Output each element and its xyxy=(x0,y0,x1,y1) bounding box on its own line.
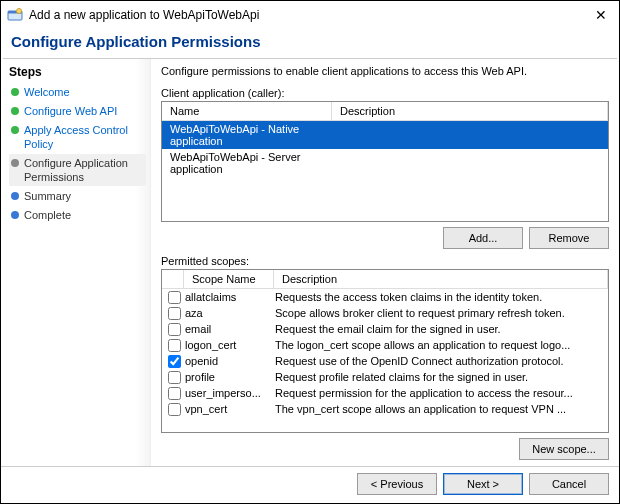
footer-buttons: < Previous Next > Cancel xyxy=(1,466,619,503)
scope-row[interactable]: emailRequest the email claim for the sig… xyxy=(162,321,608,337)
scope-name: user_imperso... xyxy=(185,385,275,401)
scope-desc: Request permission for the application t… xyxy=(275,385,604,401)
step-label: Configure Web API xyxy=(24,104,117,118)
scope-checkbox[interactable] xyxy=(168,371,181,384)
scope-checkbox[interactable] xyxy=(168,323,181,336)
step-label: Complete xyxy=(24,208,71,222)
client-app-label: Client application (caller): xyxy=(161,87,609,99)
scope-row[interactable]: azaScope allows broker client to request… xyxy=(162,305,608,321)
step-2[interactable]: Apply Access Control Policy xyxy=(9,121,146,153)
client-app-row[interactable]: WebApiToWebApi - Server application xyxy=(162,149,608,177)
scopes-grid-header: Scope Name Description xyxy=(162,270,608,289)
scope-row[interactable]: profileRequest profile related claims fo… xyxy=(162,369,608,385)
scope-row[interactable]: openidRequest use of the OpenID Connect … xyxy=(162,353,608,369)
new-scope-button[interactable]: New scope... xyxy=(519,438,609,460)
step-label: Welcome xyxy=(24,85,70,99)
step-1[interactable]: Configure Web API xyxy=(9,102,146,120)
step-bullet-icon xyxy=(11,192,19,200)
scope-name: vpn_cert xyxy=(185,401,275,417)
client-app-grid[interactable]: Name Description WebApiToWebApi - Native… xyxy=(161,101,609,222)
scope-desc: Request profile related claims for the s… xyxy=(275,369,604,385)
client-app-row[interactable]: WebApiToWebApi - Native application xyxy=(162,121,608,149)
step-bullet-icon xyxy=(11,126,19,134)
scope-name: email xyxy=(185,321,275,337)
app-icon xyxy=(7,7,23,23)
close-icon[interactable]: ✕ xyxy=(589,7,613,23)
step-label: Summary xyxy=(24,189,71,203)
scope-checkbox[interactable] xyxy=(168,339,181,352)
step-0[interactable]: Welcome xyxy=(9,83,146,101)
svg-point-2 xyxy=(17,9,22,14)
scope-name: aza xyxy=(185,305,275,321)
scope-row[interactable]: vpn_certThe vpn_cert scope allows an app… xyxy=(162,401,608,417)
client-app-desc xyxy=(340,123,600,147)
scope-name: allatclaims xyxy=(185,289,275,305)
scope-desc: The logon_cert scope allows an applicati… xyxy=(275,337,604,353)
client-grid-header: Name Description xyxy=(162,102,608,121)
step-bullet-icon xyxy=(11,88,19,96)
scope-checkbox[interactable] xyxy=(168,387,181,400)
scope-desc: The vpn_cert scope allows an application… xyxy=(275,401,604,417)
scope-desc: Request the email claim for the signed i… xyxy=(275,321,604,337)
client-app-desc xyxy=(340,151,600,175)
step-bullet-icon xyxy=(11,107,19,115)
scope-desc: Request use of the OpenID Connect author… xyxy=(275,353,604,369)
scopes-grid[interactable]: Scope Name Description allatclaimsReques… xyxy=(161,269,609,433)
scope-row[interactable]: user_imperso...Request permission for th… xyxy=(162,385,608,401)
scope-checkbox[interactable] xyxy=(168,355,181,368)
scopes-label: Permitted scopes: xyxy=(161,255,609,267)
scope-name: openid xyxy=(185,353,275,369)
scope-name: logon_cert xyxy=(185,337,275,353)
next-button[interactable]: Next > xyxy=(443,473,523,495)
cancel-button[interactable]: Cancel xyxy=(529,473,609,495)
client-app-name: WebApiToWebApi - Server application xyxy=(170,151,340,175)
scope-desc: Requests the access token claims in the … xyxy=(275,289,604,305)
main-pane: Configure permissions to enable client a… xyxy=(151,59,619,466)
scope-row[interactable]: logon_certThe logon_cert scope allows an… xyxy=(162,337,608,353)
step-4: Summary xyxy=(9,187,146,205)
scope-checkbox[interactable] xyxy=(168,403,181,416)
previous-button[interactable]: < Previous xyxy=(357,473,437,495)
page-title: Configure Application Permissions xyxy=(1,27,619,58)
col-name-header[interactable]: Name xyxy=(162,102,332,120)
step-bullet-icon xyxy=(11,211,19,219)
add-button[interactable]: Add... xyxy=(443,227,523,249)
scope-checkbox[interactable] xyxy=(168,307,181,320)
client-app-name: WebApiToWebApi - Native application xyxy=(170,123,340,147)
titlebar: Add a new application to WebApiToWebApi … xyxy=(1,1,619,27)
step-3: Configure Application Permissions xyxy=(9,154,146,186)
step-label: Configure Application Permissions xyxy=(24,156,144,184)
scope-name-header[interactable]: Scope Name xyxy=(184,270,274,288)
instruction-text: Configure permissions to enable client a… xyxy=(161,65,609,77)
scope-checkbox[interactable] xyxy=(168,291,181,304)
step-label: Apply Access Control Policy xyxy=(24,123,144,151)
wizard-window: Add a new application to WebApiToWebApi … xyxy=(0,0,620,504)
scope-name: profile xyxy=(185,369,275,385)
steps-pane: Steps WelcomeConfigure Web APIApply Acce… xyxy=(1,59,151,466)
step-5: Complete xyxy=(9,206,146,224)
window-title: Add a new application to WebApiToWebApi xyxy=(29,8,589,22)
step-bullet-icon xyxy=(11,159,19,167)
scope-desc-header[interactable]: Description xyxy=(274,270,608,288)
scope-row[interactable]: allatclaimsRequests the access token cla… xyxy=(162,289,608,305)
scope-desc: Scope allows broker client to request pr… xyxy=(275,305,604,321)
col-desc-header[interactable]: Description xyxy=(332,102,608,120)
remove-button[interactable]: Remove xyxy=(529,227,609,249)
steps-heading: Steps xyxy=(9,65,146,79)
